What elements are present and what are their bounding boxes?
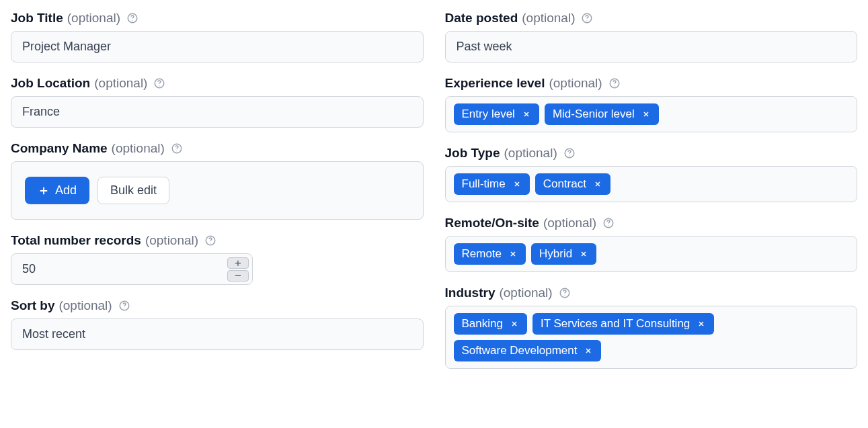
- field-industry: Industry (optional) BankingIT Services a…: [445, 286, 858, 369]
- close-icon[interactable]: [697, 319, 706, 329]
- optional-total-records: (optional): [145, 233, 198, 248]
- close-icon[interactable]: [512, 179, 522, 189]
- tag-label: IT Services and IT Consulting: [541, 317, 690, 331]
- plus-icon: [38, 185, 50, 197]
- help-icon[interactable]: [153, 77, 166, 90]
- close-icon[interactable]: [508, 249, 518, 259]
- tag-label: Contract: [543, 177, 586, 191]
- optional-company-name: (optional): [112, 141, 165, 156]
- optional-experience-level: (optional): [549, 76, 602, 91]
- field-date-posted: Date posted (optional): [445, 11, 858, 62]
- remote-onsite-tags[interactable]: RemoteHybrid: [445, 236, 858, 272]
- svg-point-7: [210, 243, 211, 243]
- tag-label: Software Development: [462, 344, 578, 357]
- tag-label: Mid-Senior level: [553, 108, 635, 121]
- svg-point-9: [124, 308, 124, 308]
- stepper-down[interactable]: −: [227, 270, 249, 282]
- field-job-type: Job Type (optional) Full-timeContract: [445, 146, 858, 202]
- tag[interactable]: Contract: [535, 173, 610, 195]
- tag-label: Remote: [462, 247, 502, 261]
- label-sort-by: Sort by: [11, 298, 54, 313]
- optional-remote-onsite: (optional): [543, 216, 596, 230]
- svg-point-1: [132, 20, 132, 21]
- label-experience-level: Experience level: [445, 76, 545, 91]
- job-location-input[interactable]: [11, 96, 424, 128]
- svg-point-3: [159, 85, 160, 86]
- tag-label: Full-time: [462, 177, 506, 191]
- field-job-title: Job Title (optional): [11, 11, 424, 62]
- svg-point-11: [587, 20, 588, 21]
- tag[interactable]: IT Services and IT Consulting: [532, 313, 714, 335]
- job-type-tags[interactable]: Full-timeContract: [445, 166, 858, 202]
- add-button-label: Add: [55, 183, 77, 198]
- help-icon[interactable]: [170, 142, 184, 155]
- label-total-records: Total number records: [11, 233, 141, 248]
- sort-by-input[interactable]: [11, 318, 424, 350]
- bulk-edit-button-label: Bulk edit: [110, 183, 157, 198]
- experience-level-tags[interactable]: Entry levelMid-Senior level: [445, 96, 858, 132]
- tag[interactable]: Banking: [454, 313, 527, 335]
- label-industry: Industry: [445, 286, 496, 300]
- label-remote-onsite: Remote/On-site: [445, 216, 539, 230]
- total-records-input[interactable]: [11, 253, 253, 285]
- tag[interactable]: Hybrid: [531, 243, 596, 265]
- stepper-up[interactable]: +: [227, 257, 249, 269]
- tag[interactable]: Mid-Senior level: [545, 103, 659, 125]
- field-job-location: Job Location (optional): [11, 76, 424, 128]
- optional-job-location: (optional): [94, 76, 147, 91]
- optional-job-type: (optional): [504, 146, 557, 161]
- add-button[interactable]: Add: [25, 177, 89, 204]
- tag-label: Entry level: [462, 108, 515, 121]
- industry-tags[interactable]: BankingIT Services and IT ConsultingSoft…: [445, 306, 858, 369]
- label-company-name: Company Name: [11, 141, 108, 156]
- field-remote-onsite: Remote/On-site (optional) RemoteHybrid: [445, 216, 858, 272]
- company-name-box: Add Bulk edit: [11, 161, 424, 220]
- optional-date-posted: (optional): [522, 11, 575, 26]
- help-icon[interactable]: [580, 11, 594, 25]
- svg-point-13: [614, 85, 615, 86]
- help-icon[interactable]: [602, 216, 615, 230]
- date-posted-input[interactable]: [445, 31, 858, 62]
- bulk-edit-button[interactable]: Bulk edit: [97, 177, 169, 204]
- close-icon[interactable]: [522, 110, 531, 119]
- tag-label: Hybrid: [539, 247, 572, 261]
- tag[interactable]: Entry level: [454, 103, 539, 125]
- close-icon[interactable]: [579, 249, 588, 259]
- optional-sort-by: (optional): [58, 298, 112, 313]
- optional-industry: (optional): [499, 286, 552, 300]
- label-date-posted: Date posted: [445, 11, 518, 26]
- close-icon[interactable]: [584, 346, 593, 355]
- svg-point-17: [608, 225, 609, 226]
- help-icon[interactable]: [204, 234, 217, 247]
- job-title-input[interactable]: [11, 31, 424, 62]
- svg-point-19: [564, 295, 565, 296]
- help-icon[interactable]: [558, 286, 571, 300]
- optional-job-title: (optional): [67, 11, 120, 26]
- field-experience-level: Experience level (optional) Entry levelM…: [445, 76, 858, 132]
- tag[interactable]: Full-time: [454, 173, 530, 195]
- help-icon[interactable]: [563, 146, 576, 160]
- label-job-location: Job Location: [11, 76, 90, 91]
- help-icon[interactable]: [126, 11, 139, 25]
- field-total-records: Total number records (optional) + −: [11, 233, 424, 285]
- tag-label: Banking: [462, 317, 503, 331]
- close-icon[interactable]: [641, 110, 651, 119]
- tag[interactable]: Remote: [454, 243, 526, 265]
- label-job-title: Job Title: [11, 11, 63, 26]
- field-sort-by: Sort by (optional): [11, 298, 424, 350]
- svg-point-15: [569, 155, 569, 156]
- close-icon[interactable]: [593, 179, 602, 189]
- field-company-name: Company Name (optional) Add Bulk edit: [11, 141, 424, 220]
- help-icon[interactable]: [118, 299, 131, 312]
- label-job-type: Job Type: [445, 146, 500, 161]
- tag[interactable]: Software Development: [454, 340, 602, 361]
- close-icon[interactable]: [510, 319, 519, 329]
- help-icon[interactable]: [608, 77, 621, 90]
- svg-point-5: [176, 151, 177, 151]
